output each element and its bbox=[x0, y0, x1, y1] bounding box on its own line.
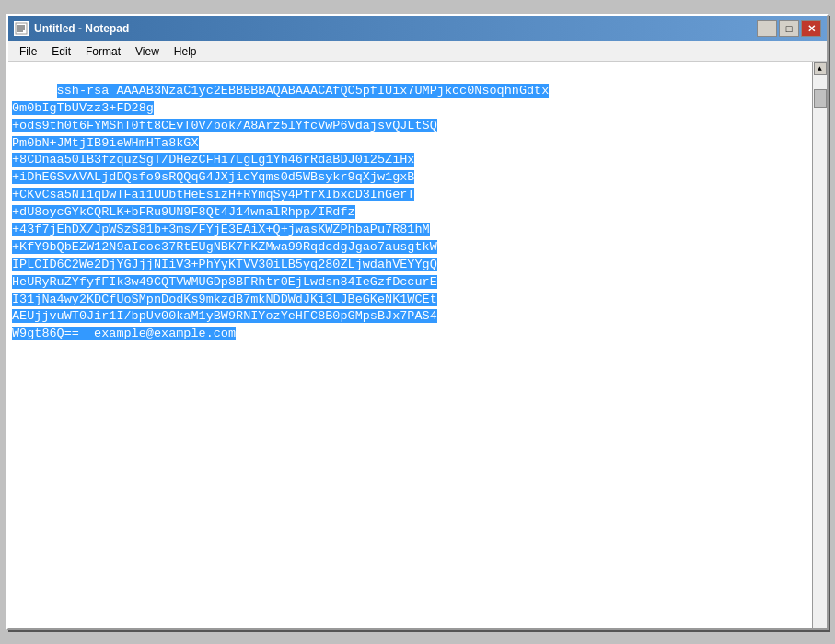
editor-area: ssh-rsa AAAAB3NzaC1yc2EBBBBBAQABAAACAfQC… bbox=[8, 62, 827, 628]
title-bar-buttons: ─ □ ✕ bbox=[757, 20, 821, 37]
title-bar-left: Untitled - Notepad bbox=[14, 21, 129, 36]
menu-format[interactable]: Format bbox=[78, 43, 128, 60]
window-title: Untitled - Notepad bbox=[34, 22, 129, 35]
selected-text: ssh-rsa AAAAB3NzaC1yc2EBBBBBAQABAAACAfQC… bbox=[12, 84, 549, 340]
maximize-button[interactable]: □ bbox=[779, 20, 799, 37]
minimize-button[interactable]: ─ bbox=[757, 20, 777, 37]
menu-file[interactable]: File bbox=[12, 43, 44, 60]
menu-edit[interactable]: Edit bbox=[44, 43, 78, 60]
menu-help[interactable]: Help bbox=[167, 43, 204, 60]
notepad-icon bbox=[14, 21, 29, 36]
scroll-up-arrow[interactable]: ▲ bbox=[814, 62, 827, 75]
scroll-thumb[interactable] bbox=[814, 89, 827, 108]
menu-view[interactable]: View bbox=[128, 43, 167, 60]
menu-bar: File Edit Format View Help bbox=[8, 41, 827, 62]
title-bar: Untitled - Notepad ─ □ ✕ bbox=[8, 16, 827, 41]
text-editor[interactable]: ssh-rsa AAAAB3NzaC1yc2EBBBBBAQABAAACAfQC… bbox=[8, 62, 812, 628]
close-button[interactable]: ✕ bbox=[801, 20, 821, 37]
notepad-window: Untitled - Notepad ─ □ ✕ File Edit Forma… bbox=[6, 14, 829, 630]
svg-rect-0 bbox=[16, 23, 27, 34]
vertical-scrollbar[interactable]: ▲ bbox=[812, 62, 827, 628]
